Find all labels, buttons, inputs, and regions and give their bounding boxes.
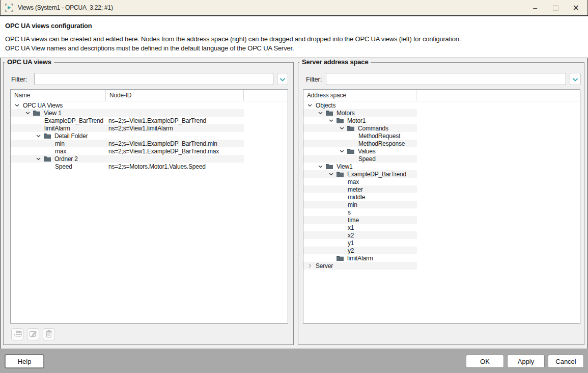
button-bar: Help OK Apply Cancel xyxy=(0,349,588,373)
add-view-button[interactable] xyxy=(11,328,23,340)
folder-icon xyxy=(326,110,333,116)
folder-icon xyxy=(44,156,51,162)
tree-item-label: y1 xyxy=(348,239,354,247)
tree-item-label: max xyxy=(348,178,359,185)
page-title: OPC UA views configuration xyxy=(5,22,92,30)
tree-item-label: MethodRequest xyxy=(358,132,400,140)
tree-item-label: x1 xyxy=(348,224,354,231)
app-window-icon xyxy=(5,4,13,12)
address-space-tree: Address space ObjectsMotorsMotor1Command… xyxy=(303,89,580,324)
tree-row-values[interactable]: Values xyxy=(303,147,580,155)
chevron-down-icon[interactable] xyxy=(326,119,337,122)
tree-row-speed[interactable]: Speedns=2;s=Motors.Motor1.Values.Speed xyxy=(11,163,288,170)
minimize-icon[interactable]: – xyxy=(525,0,545,15)
tree-item-label: ExampleDP_BarTrend xyxy=(347,171,406,178)
edit-icon xyxy=(29,330,37,339)
tree-row-view1[interactable]: View1 xyxy=(303,163,580,170)
tree-item-label: max xyxy=(55,148,66,155)
chevron-down-icon[interactable] xyxy=(22,112,33,115)
left-filter-dropdown-button[interactable] xyxy=(277,73,288,85)
tree-row-max[interactable]: maxns=2;s=View1.ExampleDP_BarTrend.max xyxy=(11,147,288,155)
tree-item-label: limitAlarm xyxy=(44,125,70,132)
chevron-right-icon[interactable] xyxy=(304,263,315,268)
tree-row-limitalarm[interactable]: limitAlarm xyxy=(303,254,580,262)
tree-item-label: Values xyxy=(358,148,376,155)
tree-row-opc-ua-views[interactable]: OPC UA Views xyxy=(11,101,288,109)
folder-icon xyxy=(326,164,333,169)
tree-item-label: Motors xyxy=(337,110,354,117)
node-id-value: ns=2;s=View1.limitAlarm xyxy=(108,125,173,132)
chevron-down-icon[interactable] xyxy=(304,104,315,107)
tree-row-motor1[interactable]: Motor1 xyxy=(303,117,580,124)
ok-button[interactable]: OK xyxy=(466,355,504,368)
cancel-button[interactable]: Cancel xyxy=(548,355,584,368)
tree-row-methodresponse[interactable]: MethodResponse xyxy=(303,140,580,147)
help-button[interactable]: Help xyxy=(5,355,44,368)
left-filter-label: Filter: xyxy=(11,75,27,83)
chevron-down-icon[interactable] xyxy=(326,173,337,176)
folder-icon xyxy=(337,118,344,123)
tree-item-label: meter xyxy=(348,186,363,193)
tree-item-label: s xyxy=(348,209,351,216)
tree-row-detail-folder[interactable]: Detail Folder xyxy=(11,132,288,140)
tree-row-time[interactable]: time xyxy=(303,216,580,224)
edit-view-button[interactable] xyxy=(27,328,39,340)
folder-icon xyxy=(337,171,344,177)
tree-row-limitalarm[interactable]: limitAlarmns=2;s=View1.limitAlarm xyxy=(11,124,288,132)
tree-item-label: View 1 xyxy=(44,110,62,117)
right-filter-label: Filter: xyxy=(306,75,322,83)
chevron-down-icon[interactable] xyxy=(337,127,347,130)
tree-row-server[interactable]: Server xyxy=(303,262,580,270)
close-icon[interactable]: ✕ xyxy=(566,0,586,15)
tree-row-methodrequest[interactable]: MethodRequest xyxy=(303,132,580,140)
tree-row-view-1[interactable]: View 1 xyxy=(11,109,288,117)
right-table-header: Address space xyxy=(303,90,580,101)
tree-row-ordner-2[interactable]: Ordner 2 xyxy=(11,155,288,163)
description-line-2: OPC UA View names and descriptions must … xyxy=(5,44,294,52)
new-view-icon xyxy=(13,330,22,339)
tree-row-commands[interactable]: Commands xyxy=(303,124,580,132)
right-filter-input[interactable] xyxy=(326,73,566,85)
chevron-down-icon[interactable] xyxy=(315,112,326,115)
left-filter-input[interactable] xyxy=(34,73,273,85)
window-title: Views (System1 - OPCUA_3.22; #1) xyxy=(18,4,113,11)
chevron-down-icon[interactable] xyxy=(315,165,326,168)
tree-row-x1[interactable]: x1 xyxy=(303,224,580,231)
column-header-empty xyxy=(416,90,580,101)
window-controls: – ✕ xyxy=(525,0,586,15)
right-filter-dropdown-button[interactable] xyxy=(570,73,581,85)
tree-row-x2[interactable]: x2 xyxy=(303,231,580,239)
tree-row-motors[interactable]: Motors xyxy=(303,109,580,117)
maximize-icon[interactable] xyxy=(545,0,566,15)
chevron-down-icon[interactable] xyxy=(33,157,44,161)
tree-row-meter[interactable]: meter xyxy=(303,185,580,193)
chevron-down-icon xyxy=(572,75,578,83)
tree-row-y1[interactable]: y1 xyxy=(303,239,580,247)
tree-row-min[interactable]: minns=2;s=View1.ExampleDP_BarTrend.min xyxy=(11,140,288,147)
column-header-node-id[interactable]: Node-ID xyxy=(106,90,244,101)
tree-item-label: View1 xyxy=(337,163,352,170)
tree-row-min[interactable]: min xyxy=(303,201,580,208)
tree-item-label: MethodResponse xyxy=(358,140,405,147)
tree-row-y2[interactable]: y2 xyxy=(303,247,580,254)
tree-row-s[interactable]: s xyxy=(303,208,580,216)
node-id-value: ns=2;s=View1.ExampleDP_BarTrend.min xyxy=(108,140,217,147)
tree-row-objects[interactable]: Objects xyxy=(303,101,580,109)
column-header-address-space[interactable]: Address space xyxy=(303,90,416,101)
tree-item-label: OPC UA Views xyxy=(23,102,63,109)
tree-row-exampledp-bartrend[interactable]: ExampleDP_BarTrend xyxy=(303,170,580,178)
folder-icon xyxy=(347,125,354,131)
title-bar: Views (System1 - OPCUA_3.22; #1) – ✕ xyxy=(0,0,588,16)
chevron-down-icon[interactable] xyxy=(337,150,347,153)
tree-row-exampledp-bartrend[interactable]: ExampleDP_BarTrendns=2;s=View1.ExampleDP… xyxy=(11,117,288,124)
tree-row-speed[interactable]: Speed xyxy=(303,155,580,163)
folder-icon xyxy=(347,148,354,154)
tree-row-middle[interactable]: middle xyxy=(303,193,580,201)
delete-view-button[interactable] xyxy=(43,328,55,340)
left-table-header: Name Node-ID xyxy=(11,90,288,101)
tree-row-max[interactable]: max xyxy=(303,178,580,185)
apply-button[interactable]: Apply xyxy=(507,355,545,368)
chevron-down-icon[interactable] xyxy=(33,135,44,138)
chevron-down-icon[interactable] xyxy=(12,104,22,107)
column-header-name[interactable]: Name xyxy=(11,90,106,101)
